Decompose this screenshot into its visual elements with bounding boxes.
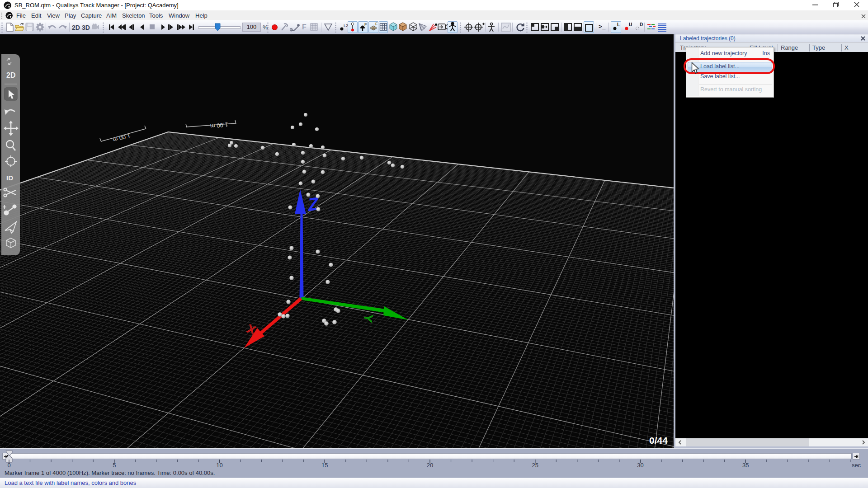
svg-text:0: 0 (7, 462, 10, 469)
svg-text:F: F (364, 22, 367, 27)
svg-text:20: 20 (427, 462, 433, 469)
svg-text:0/44: 0/44 (649, 435, 668, 446)
svg-text:15: 15 (321, 462, 328, 469)
svg-text:sec: sec (852, 462, 861, 469)
svg-text:ID: ID (6, 174, 13, 182)
svg-text:5: 5 (113, 462, 116, 469)
svg-text:25: 25 (532, 462, 538, 469)
svg-text:10: 10 (216, 462, 222, 469)
svg-text:35: 35 (742, 462, 749, 469)
svg-text:30: 30 (637, 462, 643, 469)
svg-text:L: L (617, 22, 620, 27)
svg-text:2D: 2D (6, 71, 15, 79)
svg-text:U: U (629, 22, 632, 27)
svg-text:F: F (375, 22, 378, 26)
svg-text:D: D (640, 22, 643, 27)
